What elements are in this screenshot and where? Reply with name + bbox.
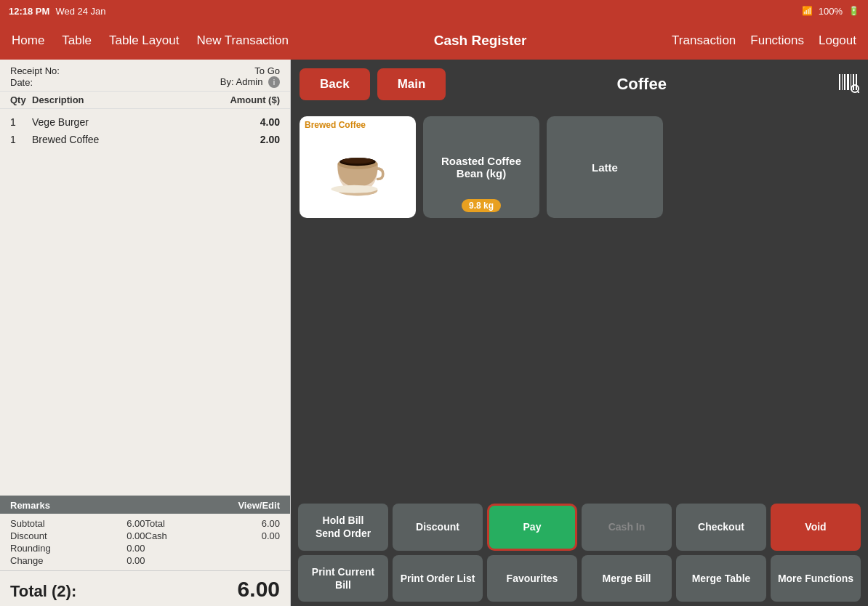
discount-button[interactable]: Discount — [393, 504, 483, 550]
item-qty: 1 — [10, 134, 32, 145]
remarks-label: Remarks — [10, 500, 50, 511]
totals-section: Subtotal 6.00 Total 6.00 Discount 0.00 C… — [0, 514, 290, 570]
status-bar: 12:18 PM Wed 24 Jan 📶 100% 🔋 — [0, 0, 868, 22]
nav-bar: Home Table Table Layout New Transaction … — [0, 22, 868, 60]
nav-home[interactable]: Home — [12, 33, 44, 48]
total-value: 6.00 — [212, 518, 280, 529]
rounding-label: Rounding — [10, 543, 78, 554]
subtotal-value: 6.00 — [78, 518, 145, 529]
wifi-icon: 📶 — [802, 6, 813, 16]
receipt-no-value: To Go — [254, 65, 280, 76]
battery-icon: 🔋 — [848, 6, 859, 16]
product-latte[interactable]: Latte — [547, 116, 663, 218]
category-title: Coffee — [453, 75, 830, 94]
rounding-value: 0.00 — [78, 543, 145, 554]
product-name: Latte — [586, 161, 624, 174]
date-label: Date: — [10, 77, 33, 88]
svg-point-13 — [342, 158, 373, 163]
print-order-list-button[interactable]: Print Order List — [393, 555, 483, 602]
remarks-bar: Remarks View/Edit — [0, 496, 290, 514]
back-button[interactable]: Back — [300, 68, 370, 100]
product-label: Brewed Coffee — [305, 120, 366, 130]
receipt-header: Receipt No: To Go Date: By: Admin i — [0, 60, 290, 92]
pay-button[interactable]: Pay — [487, 504, 577, 550]
nav-functions[interactable]: Functions — [750, 33, 804, 48]
svg-rect-6 — [856, 74, 857, 90]
item-desc: Brewed Coffee — [32, 134, 260, 145]
col-amount-header: Amount ($) — [230, 94, 280, 105]
receipt-items: 1 Vege Burger 4.00 1 Brewed Coffee 2.00 — [0, 109, 290, 496]
nav-new-transaction[interactable]: New Transaction — [196, 33, 289, 48]
svg-rect-0 — [839, 74, 840, 90]
svg-line-8 — [858, 92, 859, 93]
bottom-actions: Hold BillSend Order Discount Pay Cash In… — [291, 499, 868, 606]
item-amount: 2.00 — [260, 134, 280, 145]
by-label: By: Admin i — [220, 76, 280, 88]
battery-percent: 100% — [819, 6, 843, 17]
cash-value: 0.00 — [212, 530, 280, 541]
item-amount: 4.00 — [260, 116, 280, 128]
receipt-item-1[interactable]: 1 Vege Burger 4.00 — [10, 113, 280, 131]
discount-label: Discount — [10, 530, 78, 541]
receipt-item-2[interactable]: 1 Brewed Coffee 2.00 — [10, 131, 280, 148]
total-label: Total — [145, 518, 213, 529]
col-qty-header: Qty — [10, 94, 32, 105]
date-display: Wed 24 Jan — [55, 6, 105, 17]
hold-bill-button[interactable]: Hold BillSend Order — [298, 504, 388, 550]
nav-transaction[interactable]: Transaction — [672, 33, 736, 48]
grand-total-value: 6.00 — [238, 577, 280, 602]
merge-table-button[interactable]: Merge Table — [676, 555, 766, 602]
merge-bill-button[interactable]: Merge Bill — [582, 555, 672, 602]
item-desc: Vege Burger — [32, 116, 260, 128]
item-qty: 1 — [10, 116, 32, 128]
product-badge: 9.8 kg — [462, 199, 501, 212]
nav-right: Transaction Functions Logout — [672, 33, 856, 48]
more-functions-button[interactable]: More Functions — [771, 555, 861, 602]
void-button[interactable]: Void — [771, 504, 861, 550]
grand-total-line: Total (2): 6.00 — [0, 570, 290, 606]
favourites-button[interactable]: Favourites — [487, 555, 577, 602]
svg-rect-3 — [847, 74, 849, 90]
svg-rect-1 — [842, 74, 843, 90]
nav-table-layout[interactable]: Table Layout — [109, 33, 179, 48]
svg-point-14 — [331, 185, 377, 193]
product-brewed-coffee[interactable]: Brewed Coffee — [300, 116, 416, 218]
product-roasted-coffee[interactable]: Roasted Coffee Bean (kg) 9.8 kg — [423, 116, 539, 218]
checkout-button[interactable]: Checkout — [676, 504, 766, 550]
svg-point-7 — [851, 85, 859, 92]
nav-title: Cash Register — [289, 33, 672, 49]
receipt-panel: Receipt No: To Go Date: By: Admin i Qty … — [0, 60, 291, 606]
nav-logout[interactable]: Logout — [819, 33, 856, 48]
info-icon[interactable]: i — [268, 76, 280, 88]
time-display: 12:18 PM — [9, 6, 49, 17]
product-grid: Brewed Coffee — [291, 109, 868, 499]
svg-rect-2 — [844, 74, 845, 90]
nav-table[interactable]: Table — [62, 33, 92, 48]
right-panel: Back Main Coffee B — [291, 60, 868, 606]
change-value: 0.00 — [78, 555, 145, 566]
discount-value: 0.00 — [78, 530, 145, 541]
receipt-no-label: Receipt No: — [10, 65, 60, 76]
main-button[interactable]: Main — [377, 68, 446, 100]
grand-total-label: Total (2): — [10, 582, 76, 601]
col-desc-header: Description — [32, 94, 230, 105]
change-label: Change — [10, 555, 78, 566]
product-name: Roasted Coffee Bean (kg) — [423, 155, 539, 179]
nav-left: Home Table Table Layout New Transaction — [12, 33, 289, 48]
coffee-cup-image — [300, 116, 416, 218]
search-barcode-icon[interactable] — [837, 71, 859, 97]
receipt-col-headers: Qty Description Amount ($) — [0, 92, 290, 109]
subtotal-label: Subtotal — [10, 518, 78, 529]
top-action-bar: Back Main Coffee — [291, 60, 868, 109]
cash-in-button[interactable]: Cash In — [582, 504, 672, 550]
view-edit-label[interactable]: View/Edit — [238, 500, 280, 511]
svg-rect-5 — [853, 74, 854, 90]
cash-label: Cash — [145, 530, 213, 541]
main-layout: Receipt No: To Go Date: By: Admin i Qty … — [0, 60, 868, 606]
print-current-bill-button[interactable]: Print Current Bill — [298, 555, 388, 602]
